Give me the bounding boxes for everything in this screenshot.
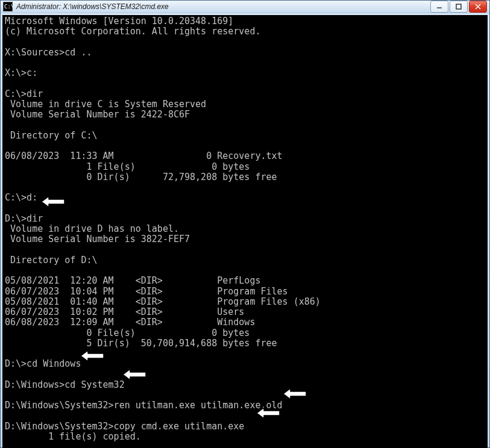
maximize-button[interactable] [450,1,468,13]
terminal-line: 1 File(s) 0 bytes [5,162,485,172]
terminal-line: 06/08/2023 12:09 AM <DIR> Windows [5,317,485,328]
terminal-line: 06/07/2023 10:04 PM <DIR> Program Files [5,287,485,297]
terminal-line: 5 Dir(s) 50,700,914,688 bytes free [5,338,485,349]
terminal-line: X:\Sources>cd .. [5,48,485,58]
terminal-line [5,204,485,214]
terminal-line: Volume Serial Number is 3822-FEF7 [5,234,485,244]
minimize-button[interactable] [430,1,448,13]
terminal-line: 0 File(s) 0 bytes [5,328,485,338]
terminal-line: (c) Microsoft Corporation. All rights re… [5,26,485,37]
terminal-line [5,182,485,193]
terminal-line: 06/07/2023 10:02 PM <DIR> Users [5,307,485,317]
terminal-line [5,120,485,131]
terminal-line: 1 file(s) copied. [5,432,485,442]
terminal-line [5,266,485,276]
terminal-line [5,58,485,68]
titlebar[interactable]: C:\ Administrator: X:\windows\SYSTEM32\c… [1,1,489,13]
terminal-line: D:\Windows>cd System32 [5,380,485,390]
terminal-line: C:\>d: [5,193,485,203]
terminal-line [5,390,485,400]
terminal-line: 0 Dir(s) 72,798,208 bytes free [5,172,485,182]
window-title: Administrator: X:\windows\SYSTEM32\cmd.e… [16,2,430,11]
svg-rect-3 [456,4,461,9]
terminal-line: 05/08/2021 01:40 AM <DIR> Program Files … [5,297,485,307]
terminal-line [5,370,485,380]
terminal-line [5,411,485,422]
terminal-line: Directory of C:\ [5,131,485,141]
terminal-line: C:\>dir [5,89,485,99]
terminal-line: X:\>c: [5,68,485,78]
terminal-line: D:\Windows\System32>ren utilman.exe util… [5,400,485,411]
terminal-line: Volume in drive C is System Reserved [5,99,485,110]
svg-text:C:\: C:\ [4,4,13,10]
terminal-line [5,442,485,448]
terminal-line: Volume in drive D has no label. [5,224,485,234]
close-button[interactable] [469,1,487,13]
terminal-line: D:\>cd Windows [5,359,485,369]
terminal-line [5,37,485,48]
terminal-line: 06/08/2023 11:33 AM 0 Recovery.txt [5,151,485,161]
terminal-output[interactable]: Microsoft Windows [Version 10.0.20348.16… [2,15,488,448]
terminal-line [5,245,485,255]
terminal-container: Microsoft Windows [Version 10.0.20348.16… [1,13,489,448]
terminal-line: Volume Serial Number is 2422-8C6F [5,110,485,120]
terminal-line: Microsoft Windows [Version 10.0.20348.16… [5,16,485,26]
window-controls [430,1,487,13]
terminal-line: D:\>dir [5,214,485,224]
terminal-line [5,79,485,89]
cmd-window: C:\ Administrator: X:\windows\SYSTEM32\c… [0,0,490,448]
terminal-line [5,141,485,151]
terminal-line: Directory of D:\ [5,255,485,266]
cmd-icon: C:\ [3,2,13,11]
terminal-line: 05/08/2021 12:20 AM <DIR> PerfLogs [5,276,485,286]
terminal-line [5,349,485,359]
terminal-line: D:\Windows\System32>copy cmd.exe utilman… [5,422,485,432]
